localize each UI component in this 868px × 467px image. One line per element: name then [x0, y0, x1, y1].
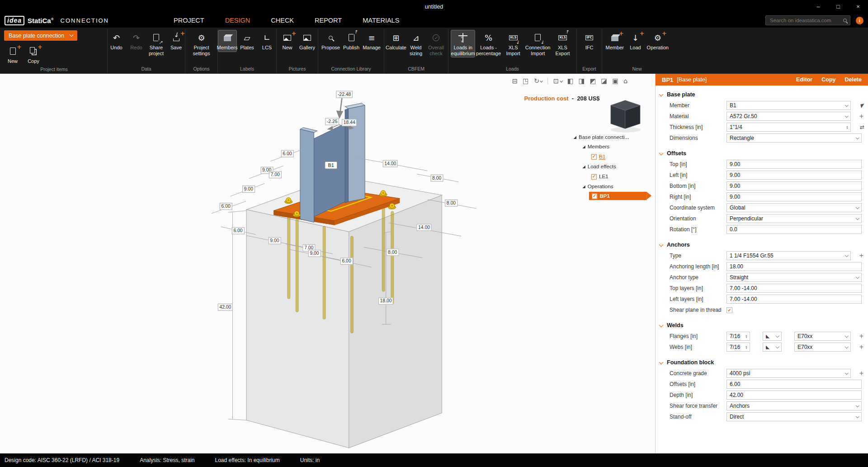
copy-project-item-button[interactable]: Copy — [24, 43, 43, 66]
share-project-button[interactable]: ↗ Share project — [147, 30, 166, 57]
member-b1-checkbox[interactable]: ✓ — [591, 154, 597, 159]
delete-operation-button[interactable]: Delete — [844, 76, 862, 83]
save-button[interactable]: Save — [167, 30, 186, 52]
minimize-button[interactable]: – — [808, 0, 828, 13]
rotation-input[interactable]: 0.0 — [726, 225, 862, 234]
left-offset-input[interactable]: 9.00 — [726, 171, 862, 180]
tree-node-load-effects[interactable]: Load effects — [588, 163, 616, 169]
measure-icon[interactable]: ⊟ — [512, 77, 518, 85]
collapse-icon[interactable]: ◢ — [574, 135, 577, 139]
tree-node-bp1[interactable]: BP1 — [599, 193, 610, 199]
search-icon[interactable] — [843, 19, 847, 22]
material-select[interactable]: A572 Gr.50 — [726, 112, 851, 121]
web-weld-type-select[interactable]: ◣ — [763, 343, 782, 352]
labels-lcs-toggle[interactable]: ∟ LCS — [258, 30, 277, 52]
tree-node-connection[interactable]: Base plate connecti... — [579, 134, 629, 140]
calculate-button[interactable]: ⊞ Calculate — [387, 30, 406, 52]
add-material-button[interactable]: + — [859, 113, 863, 120]
right-offset-input[interactable]: 9.00 — [726, 192, 862, 201]
collapse-icon[interactable]: ◢ — [582, 164, 585, 169]
anchoring-length-input[interactable]: 18.00 — [726, 262, 862, 271]
shear-force-transfer-select[interactable]: Anchors — [726, 401, 862, 410]
foundation-offsets-input[interactable]: 6.00 — [726, 380, 862, 389]
new-picture-button[interactable]: New — [278, 30, 297, 52]
orbit-icon[interactable]: ↻ — [534, 77, 543, 85]
view-front-icon[interactable]: ◨ — [578, 77, 585, 85]
member-tag[interactable]: B1 — [325, 161, 337, 169]
web-electrode-select[interactable]: E70xx — [794, 343, 851, 352]
info-button[interactable]: i — [856, 17, 863, 24]
view-back-icon[interactable]: ◪ — [601, 77, 607, 85]
bottom-offset-input[interactable]: 9.00 — [726, 181, 862, 191]
maximize-button[interactable]: □ — [828, 0, 848, 13]
tab-check[interactable]: CHECK — [260, 13, 304, 28]
operation-bp1-checkbox[interactable]: ✓ — [592, 193, 597, 199]
tree-node-members[interactable]: Members — [588, 143, 609, 149]
undo-button[interactable]: ↶ Undo — [107, 30, 126, 52]
weld-sizing-button[interactable]: ⊿ Weld sizing — [406, 30, 425, 57]
flange-weld-size-spinner[interactable]: 7/16▴▾ — [726, 332, 750, 341]
add-web-weld-button[interactable]: + — [859, 343, 863, 351]
labels-members-toggle[interactable]: Members — [218, 30, 237, 52]
web-weld-size-spinner[interactable]: 7/16▴▾ — [726, 343, 750, 352]
3d-viewport[interactable]: ⊟ ◳ ↻ ⊡ ◧ ◨ ◩ ◪ ▣ ⌂ Production cost - 20… — [0, 74, 655, 453]
xls-import-button[interactable]: XLS↓ XLS Import — [502, 30, 525, 57]
depth-input[interactable]: 42.00 — [726, 391, 862, 400]
loads-in-equilibrium-toggle[interactable]: Loads in equilibrium — [451, 30, 475, 57]
tab-project[interactable]: PROJECT — [163, 13, 215, 28]
manage-button[interactable]: ≡ Manage — [362, 30, 382, 52]
section-header-base-plate[interactable]: Base plate — [656, 89, 868, 100]
left-layers-input[interactable]: 7.00 -14.00 — [726, 295, 862, 304]
publish-button[interactable]: ↑ Publish — [342, 30, 361, 52]
pick-member-pointer-icon[interactable]: ◤ — [860, 102, 865, 109]
tree-node-b1[interactable]: B1 — [599, 153, 605, 159]
propose-button[interactable]: Propose — [321, 30, 341, 52]
section-header-welds[interactable]: Welds — [656, 320, 868, 331]
section-header-foundation-block[interactable]: Foundation block — [656, 357, 868, 368]
thickness-spinner[interactable]: 1"1/4▴▾ — [726, 123, 851, 132]
section-header-anchors[interactable]: Anchors — [656, 239, 868, 250]
close-button[interactable]: × — [848, 0, 868, 13]
view-top-icon[interactable]: ◧ — [567, 77, 574, 85]
top-layers-input[interactable]: 7.00 -14.00 — [726, 284, 862, 293]
load-le1-checkbox[interactable]: ✓ — [591, 174, 597, 179]
tree-node-operations[interactable]: Operations — [588, 183, 613, 189]
flange-weld-type-select[interactable]: ◣ — [763, 332, 782, 341]
collapse-icon[interactable]: ◢ — [582, 184, 585, 189]
anchor-type-select[interactable]: 1 1/4 F1554 Gr.55 — [726, 251, 851, 260]
standoff-select[interactable]: Direct — [726, 412, 862, 421]
member-select[interactable]: B1 — [726, 101, 851, 110]
add-anchor-type-button[interactable]: + — [859, 252, 863, 259]
dimensions-select[interactable]: Rectangle — [726, 133, 862, 143]
connection-import-button[interactable]: ↓ Connection Import — [525, 30, 550, 57]
ifc-export-button[interactable]: IFC IFC — [580, 30, 599, 52]
section-view-icon[interactable]: ⊡ — [553, 77, 562, 85]
view-iso-icon[interactable]: ▣ — [612, 77, 618, 85]
new-operation-button[interactable]: ⚙ Operation — [646, 30, 670, 52]
connection-type-dropdown[interactable]: Base plate connection — [4, 30, 77, 41]
project-settings-button[interactable]: ⚙ Project settings — [188, 30, 215, 57]
flange-electrode-select[interactable]: E70xx — [794, 332, 851, 341]
orientation-select[interactable]: Perpendicular — [726, 214, 862, 223]
tab-materials[interactable]: MATERIALS — [352, 13, 410, 28]
section-header-offsets[interactable]: Offsets — [656, 148, 868, 159]
concrete-grade-select[interactable]: 4000 psi — [726, 369, 851, 378]
swap-thickness-icon[interactable]: ⇄ — [860, 124, 864, 130]
tab-report[interactable]: REPORT — [304, 13, 352, 28]
home-view-icon[interactable]: ⌂ — [623, 77, 627, 85]
fit-view-icon[interactable]: ◳ — [523, 77, 529, 85]
add-flange-weld-button[interactable]: + — [859, 333, 863, 340]
add-concrete-grade-button[interactable]: + — [859, 370, 863, 377]
search-input[interactable] — [769, 17, 840, 24]
shear-plane-checkbox[interactable]: ✓ — [726, 307, 732, 313]
tab-design[interactable]: DESIGN — [215, 13, 261, 28]
new-load-button[interactable]: ↓ Load — [626, 30, 645, 52]
anchor-shape-select[interactable]: Straight — [726, 273, 862, 282]
new-member-button[interactable]: Member — [604, 30, 625, 52]
gallery-button[interactable]: Gallery — [298, 30, 317, 52]
new-project-item-button[interactable]: New — [3, 43, 22, 66]
loads-percentage-button[interactable]: % Loads - percentage — [476, 30, 500, 57]
tree-node-le1[interactable]: LE1 — [599, 173, 609, 179]
collapse-icon[interactable]: ◢ — [582, 144, 585, 149]
top-offset-input[interactable]: 9.00 — [726, 160, 862, 169]
